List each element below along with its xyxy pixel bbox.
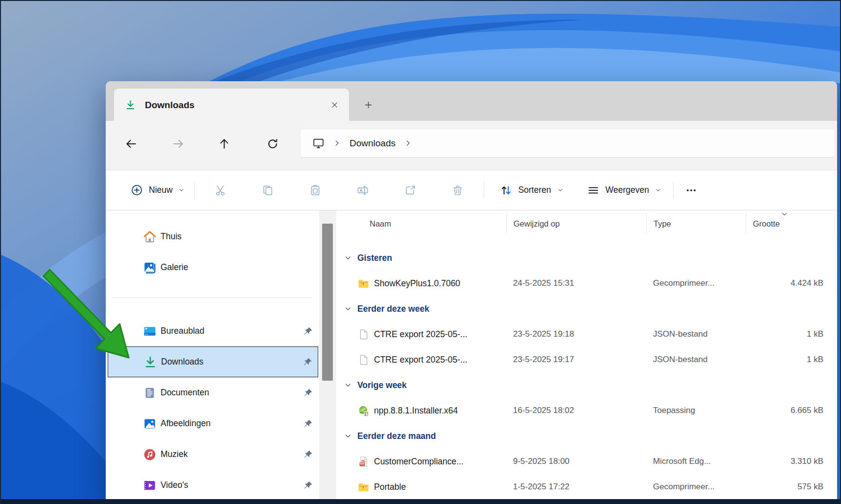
pin-icon <box>303 388 313 398</box>
new-button[interactable]: Nieuw <box>122 179 192 201</box>
new-tab-button[interactable] <box>360 96 376 113</box>
toolbar-divider <box>673 182 674 199</box>
sidebar-item-video-s[interactable]: Video's <box>108 470 318 501</box>
cut-button[interactable] <box>197 179 244 202</box>
desktop-icon <box>143 324 157 338</box>
back-icon <box>125 137 138 150</box>
file-name-cell[interactable]: npp.8.8.1.Installer.x64 <box>336 398 506 423</box>
sidebar-item-galerie[interactable]: Galerie <box>108 252 318 283</box>
sidebar-item-documenten[interactable]: Documenten <box>108 377 318 408</box>
file-name-cell[interactable]: ShowKeyPlus1.0.7060 <box>336 271 506 296</box>
file-name-cell[interactable]: Portable <box>336 474 506 500</box>
share-button[interactable] <box>387 179 434 202</box>
file-modified-cell: 23-5-2025 19:17 <box>506 347 646 372</box>
sidebar-item-bureaublad[interactable]: Bureaublad <box>108 316 318 346</box>
sidebar-scrollbar[interactable] <box>319 210 336 504</box>
file-name-cell[interactable]: PDFCustomerCompliance... <box>336 449 506 474</box>
zip-folder-icon <box>357 481 370 493</box>
npp-icon <box>357 405 370 417</box>
file-size-cell: 1 kB <box>746 321 835 347</box>
file-modified-cell: 1-5-2025 17:22 <box>506 474 646 500</box>
copy-icon <box>261 184 274 197</box>
back-button[interactable] <box>121 134 141 154</box>
column-header-gewijzigd-op[interactable]: Gewijzigd op <box>506 213 646 234</box>
chevron-down-icon <box>344 432 352 440</box>
cut-icon <box>214 184 227 197</box>
monitor-icon[interactable] <box>312 137 325 149</box>
file-type-cell: JSON-bestand <box>646 321 746 347</box>
file-name: CTRE export 2025-05-... <box>374 355 467 365</box>
sidebar-item-thuis[interactable]: Thuis <box>108 221 318 252</box>
file-row[interactable]: Portable1-5-2025 17:22Gecomprimeer...575… <box>336 474 837 500</box>
sidebar-item-muziek[interactable]: Muziek <box>108 439 318 470</box>
rename-icon <box>356 184 369 197</box>
sidebar-item-downloads[interactable]: Downloads <box>108 346 318 377</box>
group-header-vorige-week[interactable]: Vorige week <box>336 372 837 398</box>
svg-text:PDF: PDF <box>360 462 365 465</box>
sidebar-item-label: Documenten <box>161 388 209 398</box>
pin-icon <box>303 418 313 429</box>
forward-button[interactable] <box>168 134 188 154</box>
address-bar[interactable]: Downloads <box>300 129 835 158</box>
column-header-row: NaamGewijzigd opTypeGrootte <box>336 213 837 234</box>
file-size-cell: 1 kB <box>746 347 835 372</box>
file-size-cell: 6.665 kB <box>746 398 835 423</box>
paste-icon <box>309 184 322 197</box>
pin-icon <box>303 449 313 459</box>
group-label: Vorige week <box>357 380 407 390</box>
paste-button[interactable] <box>292 179 339 202</box>
group-label: Eerder deze week <box>357 304 429 314</box>
column-header-naam[interactable]: Naam <box>336 213 506 234</box>
view-icon <box>587 184 600 197</box>
pictures-icon <box>143 417 157 431</box>
file-row[interactable]: ShowKeyPlus1.0.706024-5-2025 15:31Gecomp… <box>336 271 837 296</box>
navigation-bar: Downloads <box>106 121 837 170</box>
pin-icon <box>303 480 313 490</box>
file-row[interactable]: CTRE export 2025-05-...23-5-2025 19:17JS… <box>336 347 837 372</box>
refresh-button[interactable] <box>262 134 283 154</box>
scrollbar-thumb[interactable] <box>322 224 333 381</box>
file-name: ShowKeyPlus1.0.7060 <box>374 278 460 289</box>
up-icon <box>218 137 231 150</box>
pin-icon <box>303 326 313 336</box>
file-modified-cell: 16-5-2025 18:02 <box>506 398 646 423</box>
delete-button[interactable] <box>434 179 482 202</box>
file-name-cell[interactable]: CTRE export 2025-05-... <box>336 347 506 372</box>
file-name: Portable <box>374 482 406 492</box>
group-label: Gisteren <box>357 253 392 263</box>
rename-button[interactable] <box>339 179 387 202</box>
copy-button[interactable] <box>244 179 292 202</box>
sidebar-item-label: Muziek <box>161 449 187 459</box>
document-icon <box>357 354 370 366</box>
up-button[interactable] <box>214 134 234 154</box>
file-size-cell: 4.424 kB <box>746 271 835 296</box>
download-icon <box>125 99 136 111</box>
sidebar-item-afbeeldingen[interactable]: Afbeeldingen <box>108 408 318 439</box>
breadcrumb-segment[interactable]: Downloads <box>350 138 396 149</box>
close-tab-button[interactable] <box>327 97 342 113</box>
file-modified-cell: 23-5-2025 19:18 <box>506 321 646 347</box>
file-row[interactable]: CTRE export 2025-05-...23-5-2025 19:18JS… <box>336 321 837 347</box>
column-header-type[interactable]: Type <box>646 213 746 234</box>
zip-folder-icon <box>357 277 370 290</box>
forward-icon <box>172 137 185 150</box>
column-header-grootte[interactable]: Grootte <box>746 213 835 234</box>
file-size-cell: 3.310 kB <box>746 449 835 474</box>
sort-button[interactable]: Sorteren <box>490 180 573 201</box>
sidebar-item-label: Downloads <box>161 357 204 367</box>
file-row[interactable]: npp.8.8.1.Installer.x6416-5-2025 18:02To… <box>336 398 837 423</box>
see-more-button[interactable] <box>676 179 707 202</box>
tab-downloads[interactable]: Downloads <box>114 89 349 121</box>
sort-indicator-chevron-icon <box>781 210 788 218</box>
group-header-eerder-deze-week[interactable]: Eerder deze week <box>336 296 837 321</box>
sidebar-item-label: Video's <box>161 480 188 490</box>
chevron-down-icon <box>178 187 185 193</box>
file-name-cell[interactable]: CTRE export 2025-05-... <box>336 321 506 347</box>
group-header-gisteren[interactable]: Gisteren <box>336 245 837 271</box>
tab-title: Downloads <box>145 100 327 111</box>
group-header-eerder-deze-maand[interactable]: Eerder deze maand <box>336 423 837 449</box>
view-button[interactable]: Weergeven <box>577 180 671 201</box>
pdf-icon: PDF <box>357 456 370 468</box>
sidebar-item-label: Afbeeldingen <box>161 418 210 429</box>
file-row[interactable]: PDFCustomerCompliance...9-5-2025 18:00Mi… <box>336 449 837 474</box>
